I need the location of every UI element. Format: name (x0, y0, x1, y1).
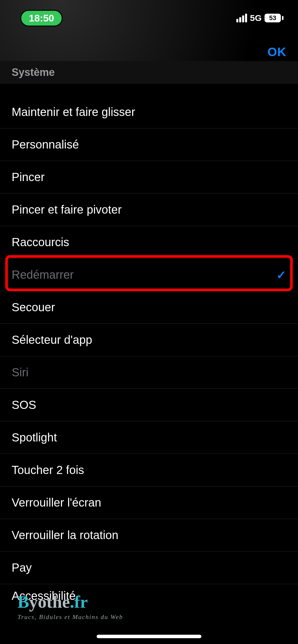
list-item-label: Pincer et faire pivoter (12, 203, 122, 216)
list-item-label: Raccourcis (12, 236, 69, 249)
home-indicator[interactable] (97, 635, 201, 638)
list-item[interactable]: Personnalisé (0, 128, 298, 161)
list-item[interactable]: Sélecteur d'app (0, 324, 298, 356)
list-item[interactable]: Verrouiller la rotation (0, 519, 298, 552)
list-item-label: Pincer (12, 171, 45, 184)
status-time: 18:50 (29, 12, 54, 24)
list-item-label: Maintenir et faire glisser (12, 105, 135, 119)
list-item[interactable]: Siri (0, 356, 298, 389)
list-item-label: Secouer (12, 301, 55, 314)
watermark-tagline: Trucs, Bidules et Machins du Web (17, 613, 123, 621)
list-item[interactable]: Maintenir et faire glisser (0, 96, 298, 128)
list-item[interactable]: Pincer et faire pivoter (0, 194, 298, 226)
list-item[interactable]: Verrouiller l'écran (0, 486, 298, 519)
list-item-label: Sélecteur d'app (12, 333, 92, 346)
list-item[interactable]: Pincer (0, 161, 298, 194)
list-item-label: Verrouiller l'écran (12, 496, 101, 509)
battery-level: 53 (265, 14, 281, 22)
list-item[interactable]: Secouer (0, 291, 298, 324)
list-item[interactable]: Toucher 2 fois (0, 454, 298, 486)
list-item-partial[interactable]: Accessibilité (0, 584, 298, 607)
list-item-label: Personnalisé (12, 138, 79, 151)
list-item-label: Redémarrer (12, 268, 74, 281)
status-right: 5G 53 (236, 13, 283, 23)
list-item[interactable]: Redémarrer✓ (0, 259, 298, 291)
network-label: 5G (250, 13, 262, 23)
section-header-system: Système (0, 61, 298, 84)
list-item-label: Pay (12, 561, 32, 575)
cellular-signal-icon (236, 14, 247, 22)
list-item[interactable]: Raccourcis (0, 226, 298, 259)
status-bar: 18:50 5G 53 (0, 9, 298, 27)
battery-icon: 53 (265, 14, 283, 22)
list-item-label: Toucher 2 fois (12, 464, 84, 477)
list-item-label: Verrouiller la rotation (12, 529, 118, 542)
list-item-label: SOS (12, 398, 36, 412)
done-button[interactable]: OK (267, 45, 286, 59)
status-time-pill[interactable]: 18:50 (20, 10, 63, 26)
list-item[interactable]: SOS (0, 389, 298, 421)
list-item[interactable]: Pay (0, 552, 298, 584)
list-item[interactable]: Spotlight (0, 421, 298, 454)
options-list: Maintenir et faire glisserPersonnaliséPi… (0, 96, 298, 607)
checkmark-icon: ✓ (276, 268, 286, 282)
list-item-label: Siri (12, 366, 29, 379)
list-item-label: Accessibilité (12, 589, 76, 602)
list-item-label: Spotlight (12, 431, 57, 444)
